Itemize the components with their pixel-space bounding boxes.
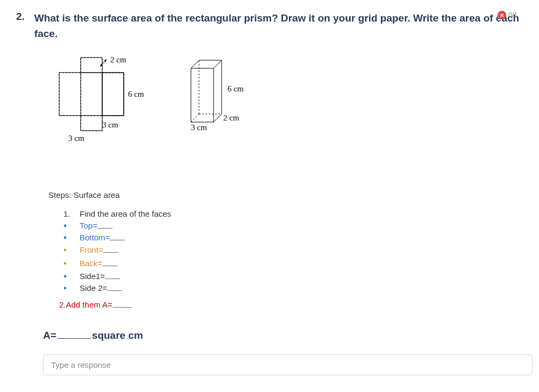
question-text: What is the surface area of the rectangu…	[34, 11, 523, 41]
prism-dim-2cm: 2 cm	[223, 113, 239, 122]
step-top: • Top=	[63, 220, 523, 231]
bottom-label: Bottom=	[80, 233, 110, 242]
back-label: Back=	[80, 259, 102, 268]
prism-figure: 6 cm 2 cm 3 cm	[183, 55, 274, 138]
step-bottom: • Bottom=	[63, 232, 523, 243]
prism-dim-3cm: 3 cm	[191, 123, 207, 132]
steps-title: Steps: Surface area	[48, 189, 523, 201]
svg-rect-6	[102, 73, 124, 116]
step-back: • Back=	[63, 257, 523, 270]
svg-rect-1	[59, 73, 81, 116]
bullet-icon: •	[63, 272, 80, 281]
bullet-icon: •	[63, 233, 80, 242]
answer-prefix: A=	[43, 330, 56, 341]
step-side2: • Side 2=	[63, 282, 523, 294]
svg-line-30	[191, 114, 199, 122]
svg-rect-2	[81, 73, 102, 116]
response-input[interactable]: Type a response	[43, 354, 533, 375]
svg-rect-5	[102, 73, 124, 116]
net-dim-3cm-b: 3 cm	[68, 134, 84, 142]
step-side1: • Side1=	[63, 270, 523, 282]
svg-line-25	[191, 60, 199, 68]
score-badge: ✕ 0/1	[498, 11, 517, 19]
step-1: 1. Find the area of the faces	[63, 208, 523, 219]
net-figure: 2 cm 6 cm 3 cm 3 cm	[48, 55, 161, 152]
score-text: 0/1	[508, 11, 517, 19]
step-1-num: 1.	[63, 208, 80, 219]
side2-label: Side 2=	[80, 283, 107, 293]
question-number: 2.	[16, 11, 25, 23]
net-dim-6cm: 6 cm	[128, 90, 144, 98]
step-2-text: 2.Add them A=	[59, 300, 112, 309]
step-front: • Front=	[63, 244, 523, 256]
bullet-icon: •	[63, 244, 80, 256]
net-dim-2cm: 2 cm	[110, 55, 126, 64]
wrong-icon: ✕	[498, 11, 506, 19]
answer-suffix: square cm	[92, 330, 143, 341]
bullet-icon: •	[63, 257, 80, 270]
svg-marker-23	[104, 59, 107, 62]
question-header: 2. What is the surface area of the recta…	[16, 11, 523, 41]
svg-marker-22	[100, 63, 102, 67]
svg-line-29	[214, 114, 222, 122]
top-label: Top=	[80, 221, 97, 230]
answer-line: A=square cm	[43, 330, 523, 341]
bullet-icon: •	[63, 283, 80, 293]
prism-dim-6cm: 6 cm	[228, 84, 244, 93]
bullet-icon: •	[63, 221, 80, 230]
figures-row: 2 cm 6 cm 3 cm 3 cm 6 cm 2 cm 3 cm	[48, 55, 523, 152]
side1-label: Side1=	[80, 272, 105, 281]
step-2: 2.Add them A=	[59, 299, 523, 310]
svg-rect-0	[81, 58, 102, 73]
steps-block: Steps: Surface area 1. Find the area of …	[48, 189, 523, 310]
svg-rect-8	[81, 116, 102, 131]
step-1-text: Find the area of the faces	[80, 208, 171, 219]
front-label: Front=	[80, 245, 103, 254]
net-dim-3cm-a: 3 cm	[102, 120, 118, 129]
svg-line-26	[214, 60, 222, 68]
